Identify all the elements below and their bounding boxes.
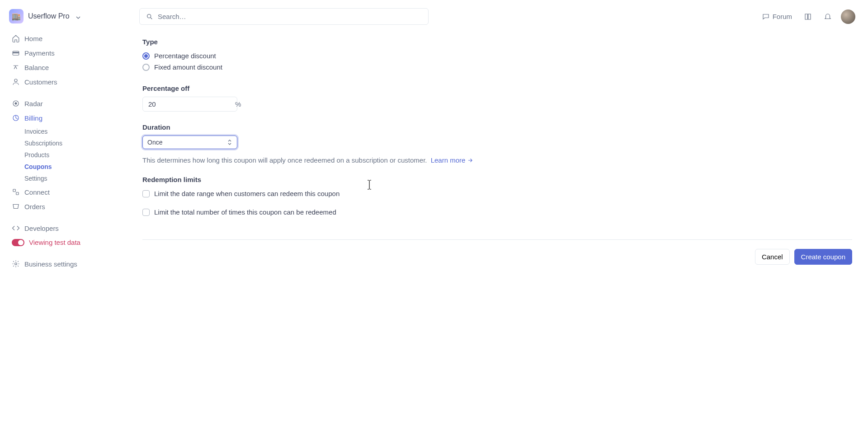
sidebar-item-home[interactable]: Home	[5, 32, 121, 45]
sidebar-item-products[interactable]: Products	[24, 149, 121, 161]
sidebar-item-subscriptions[interactable]: Subscriptions	[24, 137, 121, 149]
percent-suffix: %	[235, 100, 241, 108]
svg-rect-7	[16, 192, 19, 195]
checkbox-label: Limit the date range when customers can …	[154, 190, 340, 197]
svg-point-2	[14, 79, 17, 82]
search-icon	[146, 13, 153, 20]
chevron-down-icon	[76, 14, 80, 19]
sidebar-item-radar[interactable]: Radar	[5, 97, 121, 110]
duration-helper: This determines how long this coupon wil…	[142, 156, 427, 164]
duration-select[interactable]: Once	[142, 136, 237, 149]
type-option-fixed[interactable]: Fixed amount discount	[142, 61, 852, 73]
create-coupon-button[interactable]: Create coupon	[794, 249, 852, 265]
test-data-toggle[interactable]	[12, 239, 24, 246]
svg-rect-6	[13, 189, 15, 192]
notifications-button[interactable]	[821, 11, 835, 23]
sidebar-item-payments[interactable]: Payments	[5, 46, 121, 60]
arrow-right-icon	[467, 157, 473, 164]
radio-label: Percentage discount	[154, 52, 216, 60]
sidebar-item-label: Coupons	[24, 163, 52, 170]
sidebar-item-label: Home	[24, 35, 42, 42]
topbar: Forum	[139, 8, 855, 25]
sidebar-item-invoices[interactable]: Invoices	[24, 126, 121, 137]
book-icon	[804, 13, 812, 21]
sidebar-item-label: Developers	[24, 225, 59, 232]
billing-icon	[12, 114, 20, 122]
checkbox-icon[interactable]	[142, 190, 150, 197]
percentage-off-field[interactable]: %	[142, 97, 237, 112]
redemption-limits-label: Redemption limits	[142, 176, 852, 183]
learn-more-link[interactable]: Learn more	[431, 156, 474, 164]
radar-icon	[12, 99, 20, 108]
sidebar-item-developers[interactable]: Developers	[5, 221, 121, 235]
bell-icon	[824, 13, 832, 21]
main-region: Forum Type Percentage discount Fixed amo…	[127, 0, 868, 421]
balance-icon	[12, 63, 20, 71]
cancel-button[interactable]: Cancel	[755, 249, 790, 265]
limit-total-times-option[interactable]: Limit the total number of times this cou…	[142, 206, 852, 218]
sidebar-item-customers[interactable]: Customers	[5, 75, 121, 89]
sidebar-item-label: Business settings	[24, 260, 77, 268]
search-input[interactable]	[157, 12, 422, 21]
learn-more-label: Learn more	[431, 156, 466, 164]
customers-icon	[12, 78, 20, 86]
developers-icon	[12, 224, 20, 232]
sidebar-item-label: Invoices	[24, 128, 47, 135]
sidebar-item-connect[interactable]: Connect	[5, 185, 121, 199]
connect-icon	[12, 188, 20, 196]
payments-icon	[12, 49, 20, 57]
test-data-label: Viewing test data	[29, 239, 80, 246]
sidebar-item-billing[interactable]: Billing	[5, 111, 121, 125]
type-option-percentage[interactable]: Percentage discount	[142, 50, 852, 61]
test-data-toggle-row: Viewing test data	[5, 236, 121, 249]
sidebar-item-billing-settings[interactable]: Settings	[24, 173, 121, 184]
sidebar-item-orders[interactable]: Orders	[5, 200, 121, 213]
duration-select-value: Once	[147, 139, 162, 146]
sidebar-item-label: Orders	[24, 203, 45, 210]
chat-icon	[762, 13, 770, 21]
limit-date-range-option[interactable]: Limit the date range when customers can …	[142, 188, 852, 199]
sidebar-item-label: Subscriptions	[24, 140, 62, 147]
svg-point-4	[15, 103, 17, 105]
radio-icon[interactable]	[142, 64, 150, 71]
sidebar-item-label: Products	[24, 151, 49, 159]
sidebar-item-label: Payments	[24, 49, 55, 57]
org-logo: 🏬	[9, 9, 24, 23]
forum-label: Forum	[773, 13, 792, 20]
billing-submenu: Invoices Subscriptions Products Coupons …	[5, 126, 121, 184]
svg-point-8	[15, 263, 17, 265]
radio-label: Fixed amount discount	[154, 63, 222, 71]
select-caret-icon	[227, 139, 232, 146]
duration-label: Duration	[142, 123, 852, 131]
org-name: Userflow Pro	[28, 12, 70, 20]
home-icon	[12, 34, 20, 42]
sidebar-item-balance[interactable]: Balance	[5, 61, 121, 74]
orders-icon	[12, 202, 20, 210]
sidebar-item-label: Customers	[24, 78, 57, 86]
sidebar-item-business-settings[interactable]: Business settings	[5, 257, 121, 271]
percentage-off-label: Percentage off	[142, 84, 852, 92]
sidebar-item-coupons[interactable]: Coupons	[24, 161, 121, 173]
sidebar-item-label: Connect	[24, 188, 50, 196]
search-field[interactable]	[139, 8, 429, 25]
org-switcher[interactable]: 🏬 Userflow Pro	[5, 9, 121, 31]
form-footer: Cancel Create coupon	[142, 239, 852, 274]
docs-link[interactable]	[801, 11, 815, 23]
radio-icon[interactable]	[142, 52, 150, 60]
gear-icon	[12, 260, 20, 268]
sidebar-item-label: Balance	[24, 64, 49, 71]
percentage-off-input[interactable]	[147, 100, 235, 108]
sidebar: 🏬 Userflow Pro Home Payments Balance Cus…	[0, 0, 127, 421]
coupon-form-panel: Type Percentage discount Fixed amount di…	[139, 33, 855, 421]
type-label: Type	[142, 38, 852, 46]
svg-point-9	[147, 14, 151, 18]
sidebar-item-label: Billing	[24, 114, 42, 122]
sidebar-item-label: Settings	[24, 175, 47, 182]
avatar[interactable]	[841, 9, 855, 24]
forum-link[interactable]: Forum	[759, 11, 795, 23]
checkbox-icon[interactable]	[142, 209, 150, 216]
checkbox-label: Limit the total number of times this cou…	[154, 208, 336, 216]
svg-rect-1	[13, 52, 19, 53]
sidebar-item-label: Radar	[24, 100, 43, 108]
duration-helper-text: This determines how long this coupon wil…	[142, 156, 852, 164]
